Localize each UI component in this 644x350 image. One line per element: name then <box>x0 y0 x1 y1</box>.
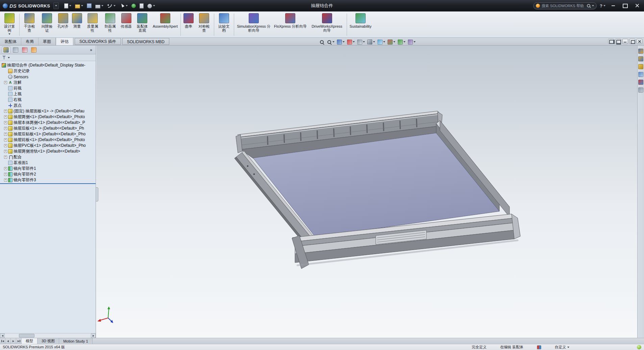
filter-icon[interactable] <box>2 55 6 60</box>
tree-item[interactable]: 历史记录 <box>0 68 96 74</box>
expand-toggle-icon[interactable]: + <box>4 144 7 147</box>
tree-item[interactable]: 右视 <box>0 97 96 103</box>
restore-document-icon[interactable] <box>629 39 635 44</box>
tab-solidworks-addins[interactable]: SOLIDWORKS 插件 <box>75 38 121 45</box>
edit-appearance-button[interactable] <box>387 39 396 45</box>
section-properties-button[interactable]: 剖面属性 <box>101 12 119 37</box>
last-tab-button[interactable] <box>16 338 22 344</box>
tab-layout[interactable]: 布局 <box>21 38 39 45</box>
tree-item[interactable]: +抽屉两侧滑轨<1> (Default<<Default> <box>0 149 96 154</box>
next-tab-button[interactable] <box>11 338 16 344</box>
zoom-area-button[interactable] <box>326 39 336 45</box>
panel-horizontal-scrollbar[interactable] <box>0 333 96 338</box>
custom-properties-icon[interactable] <box>638 87 643 92</box>
expand-toggle-icon[interactable]: + <box>4 179 7 182</box>
design-study-button[interactable]: 设计算例 <box>1 12 18 37</box>
design-library-icon[interactable] <box>638 56 643 61</box>
search-icon[interactable] <box>587 4 590 7</box>
search-options-caret-icon[interactable] <box>592 5 594 6</box>
tree-item[interactable]: +镜向零部件2 <box>0 171 96 177</box>
tree-item[interactable]: 基准面1 <box>0 160 96 166</box>
expand-toggle-icon[interactable]: + <box>4 121 7 124</box>
tree-item[interactable]: 上视 <box>0 91 96 97</box>
measure-button[interactable]: 测量 <box>70 12 84 37</box>
tree-item[interactable]: +镜向零部件3 <box>0 177 96 183</box>
tree-item[interactable]: +抽屉PVC板<1> (Default<<Default>_Pho <box>0 143 96 149</box>
search-input[interactable]: 搜索 SOLIDWORKS 帮助 <box>542 3 585 8</box>
tree-item[interactable]: 原点 <box>0 103 96 108</box>
interference-detection-button[interactable]: 干涉检查 <box>21 12 38 37</box>
tree-item[interactable]: +镜向零部件1 <box>0 166 96 171</box>
file-properties-button[interactable] <box>138 2 145 9</box>
curvature-button[interactable]: 曲率 <box>182 12 195 37</box>
appearances-icon[interactable] <box>638 80 643 85</box>
tile-window-icon[interactable] <box>615 39 621 44</box>
panel-splitter-handle[interactable] <box>96 187 98 201</box>
tree-item[interactable]: +注解 <box>0 80 96 85</box>
assemblyxpert-button[interactable]: AssemblyXpert <box>151 12 179 37</box>
driveworksxpress-wizard-button[interactable]: DriveWorksXpress 向导 <box>308 12 346 37</box>
symmetry-check-button[interactable]: 对称检查 <box>195 12 213 37</box>
model-view[interactable] <box>96 46 637 338</box>
close-document-icon[interactable] <box>637 39 642 44</box>
expand-toggle-icon[interactable]: + <box>4 133 7 136</box>
apply-scene-button[interactable] <box>397 39 406 45</box>
filter-caret-icon[interactable] <box>8 57 10 58</box>
hole-alignment-button[interactable]: 孔对齐 <box>56 12 70 37</box>
compare-documents-button[interactable]: 比较文档 <box>215 12 233 37</box>
custom-toolbar-button[interactable]: 自定义 <box>555 345 569 350</box>
panel-more-button[interactable]: » <box>90 48 94 52</box>
clearance-verification-button[interactable]: 间隙验证 <box>38 12 56 37</box>
file-explorer-icon[interactable] <box>638 64 643 69</box>
scroll-left-button[interactable] <box>0 333 5 338</box>
options-button[interactable] <box>146 2 156 9</box>
expand-toggle-icon[interactable]: + <box>4 81 7 84</box>
tree-item[interactable]: +抽屉本体两侧<1> (Default<<Default>_P <box>0 120 96 126</box>
expand-toggle-icon[interactable]: + <box>4 127 7 130</box>
tree-item[interactable]: 前视 <box>0 85 96 91</box>
expand-toggle-icon[interactable]: + <box>4 156 7 159</box>
minimize-button[interactable] <box>609 2 618 9</box>
simulationxpress-wizard-button[interactable]: SimulationXpress 分析向导 <box>235 12 272 37</box>
scroll-right-button[interactable] <box>91 333 96 338</box>
configurationmanager-tab[interactable] <box>21 47 28 53</box>
scrollbar-thumb[interactable] <box>19 334 34 338</box>
previous-tab-button[interactable] <box>5 338 11 344</box>
view-orientation-button[interactable] <box>356 39 366 45</box>
tab-solidworks-mbd[interactable]: SOLIDWORKS MBD <box>122 38 169 45</box>
hide-show-items-button[interactable] <box>376 39 386 45</box>
expand-toggle-icon[interactable]: + <box>4 110 7 113</box>
expand-toggle-icon[interactable]: + <box>4 138 7 141</box>
rebuild-button[interactable] <box>130 2 137 9</box>
save-button[interactable] <box>85 2 93 9</box>
tree-item[interactable]: +抽屉两侧<1> (Default<<Default>_Photo <box>0 114 96 120</box>
scrollbar-track[interactable] <box>5 334 91 338</box>
view-settings-button[interactable] <box>407 39 417 45</box>
tab-sketch[interactable]: 草图 <box>39 38 56 45</box>
menu-expand-button[interactable] <box>53 2 59 9</box>
displaymanager-tab[interactable] <box>30 47 38 53</box>
new-window-icon[interactable] <box>608 39 614 44</box>
undo-button[interactable] <box>106 2 117 9</box>
tab-assembly[interactable]: 装配体 <box>0 38 21 45</box>
featuremanager-tab[interactable] <box>2 46 10 54</box>
first-tab-button[interactable] <box>0 338 5 344</box>
floxpress-wizard-button[interactable]: FloXpress 分析向导 <box>272 12 308 37</box>
display-style-button[interactable] <box>366 39 376 45</box>
drawer-assembly-model[interactable] <box>234 111 520 269</box>
assembly-visualization-button[interactable]: 装配体直观 <box>133 12 151 37</box>
expand-toggle-icon[interactable]: + <box>4 150 7 153</box>
select-arrow-button[interactable] <box>118 2 129 9</box>
search-box[interactable]: 搜索 SOLIDWORKS 帮助 <box>533 2 597 9</box>
tree-item[interactable]: +(固定) 抽屉面板<1> -> (Default<<Defau <box>0 108 96 114</box>
tab-motion-study-1[interactable]: Motion Study 1 <box>59 338 92 344</box>
help-button[interactable]: ? <box>600 3 605 8</box>
close-button[interactable] <box>633 2 642 9</box>
quick-tips-icon[interactable] <box>637 345 641 349</box>
previous-view-button[interactable] <box>336 39 346 45</box>
graphics-area[interactable] <box>96 46 637 338</box>
tree-root-item[interactable]: 抽屉结合件 (Default<Default_Display State- <box>0 62 96 68</box>
sustainability-button[interactable]: Sustainability <box>348 12 373 37</box>
mass-properties-button[interactable]: 质量属性 <box>84 12 101 37</box>
tab-3d-views[interactable]: 3D 视图 <box>38 338 59 344</box>
